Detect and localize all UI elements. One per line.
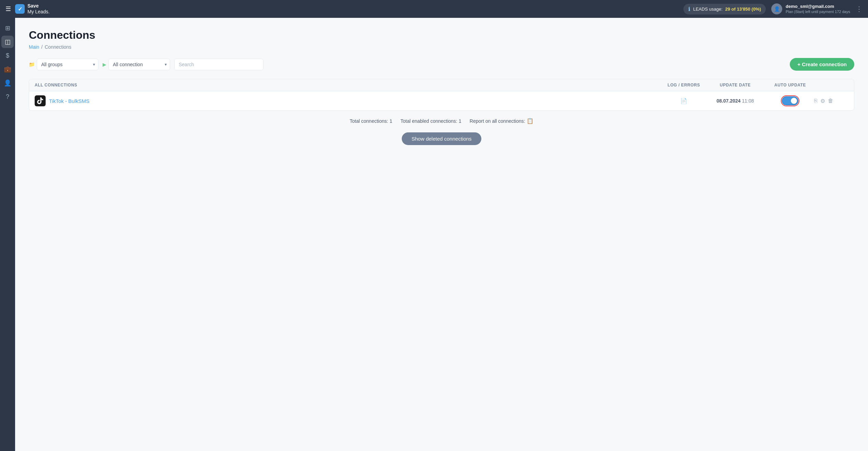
report-stat: Report on all connections: 📋 <box>470 118 533 124</box>
user-plan: Plan |Start| left until payment 172 days <box>786 10 850 14</box>
connection-actions-cell: ⎘ ⚙ 🗑 <box>814 98 848 104</box>
leads-usage-badge: ℹ LEADS usage: 29 of 13'850 (0%) <box>683 4 766 14</box>
logo-check: ✓ <box>18 6 22 12</box>
sidebar: ⊞ ◫ $ 💼 👤 ? <box>0 18 15 451</box>
info-icon: ℹ <box>688 6 690 12</box>
user-email: demo_sml@gmail.com <box>786 4 850 9</box>
breadcrumb-current: Connections <box>45 44 71 50</box>
total-connections-stat: Total connections: 1 <box>350 118 392 124</box>
logo: ✓ Save My Leads. <box>15 3 50 15</box>
logo-icon: ✓ <box>15 4 25 14</box>
report-label: Report on all connections: <box>470 118 525 124</box>
nav-right: ℹ LEADS usage: 29 of 13'850 (0%) 👤 demo_… <box>683 3 863 14</box>
groups-filter-wrapper: 📁 All groups ▾ <box>29 59 98 70</box>
copy-icon[interactable]: ⎘ <box>814 98 818 104</box>
table-header: ALL CONNECTIONS LOG / ERRORS UPDATE DATE… <box>29 79 854 91</box>
col-header-auto: AUTO UPDATE <box>766 83 814 87</box>
breadcrumb-separator: / <box>41 44 43 50</box>
hamburger-icon[interactable]: ☰ <box>5 5 11 13</box>
connection-name-link[interactable]: TikTok - BulkSMS <box>49 98 90 104</box>
toggle-highlight <box>781 95 799 106</box>
search-wrapper <box>174 59 263 70</box>
user-details: demo_sml@gmail.com Plan |Start| left unt… <box>786 4 850 14</box>
sidebar-item-billing[interactable]: $ <box>1 49 14 62</box>
auto-update-toggle[interactable] <box>782 96 798 105</box>
update-time: 11:08 <box>742 98 754 104</box>
settings-icon[interactable]: ⚙ <box>820 98 825 104</box>
folder-icon: 📁 <box>29 62 35 67</box>
show-deleted-wrapper: Show deleted connections <box>29 130 854 153</box>
search-input[interactable] <box>174 59 263 70</box>
total-enabled-label: Total enabled connections: <box>400 118 457 124</box>
col-header-update: UPDATE DATE <box>704 83 766 87</box>
total-connections-value: 1 <box>389 118 392 124</box>
col-header-name: ALL CONNECTIONS <box>35 83 663 87</box>
page-title: Connections <box>29 29 854 41</box>
logo-line1: Save <box>27 3 50 9</box>
leads-usage-label: LEADS usage: <box>693 7 722 12</box>
logo-text: Save My Leads. <box>27 3 50 15</box>
total-enabled-stat: Total enabled connections: 1 <box>400 118 461 124</box>
create-connection-button[interactable]: + Create connection <box>790 58 854 71</box>
connection-update-cell: 08.07.2024 11:08 <box>704 98 766 104</box>
sidebar-item-connections[interactable]: ◫ <box>1 36 14 48</box>
nav-left: ☰ ✓ Save My Leads. <box>5 3 50 15</box>
update-date: 08.07.2024 <box>716 98 740 104</box>
layout: ⊞ ◫ $ 💼 👤 ? Connections Main / Connectio… <box>0 18 868 451</box>
more-options-icon[interactable]: ⋮ <box>856 5 863 13</box>
sidebar-item-briefcase[interactable]: 💼 <box>1 63 14 75</box>
breadcrumb-main-link[interactable]: Main <box>29 44 39 50</box>
groups-filter[interactable]: All groups <box>37 59 98 70</box>
connection-log-cell: 📄 <box>663 98 704 104</box>
auto-update-toggle-wrapper <box>766 96 814 105</box>
breadcrumb: Main / Connections <box>29 44 854 50</box>
play-icon: ▶ <box>103 62 106 67</box>
connections-table: ALL CONNECTIONS LOG / ERRORS UPDATE DATE… <box>29 79 854 111</box>
sidebar-item-account[interactable]: 👤 <box>1 77 14 89</box>
avatar: 👤 <box>771 3 782 14</box>
total-connections-label: Total connections: <box>350 118 388 124</box>
user-info: 👤 demo_sml@gmail.com Plan |Start| left u… <box>771 3 850 14</box>
connection-filter-wrapper: ▶ All connection ▾ <box>103 59 170 70</box>
total-enabled-value: 1 <box>459 118 461 124</box>
report-icon[interactable]: 📋 <box>527 118 533 124</box>
main-content: Connections Main / Connections 📁 All gro… <box>15 18 868 451</box>
connection-logo <box>35 95 46 106</box>
leads-current: 29 of 13'850 (0%) <box>725 7 761 12</box>
delete-icon[interactable]: 🗑 <box>828 98 833 104</box>
top-navigation: ☰ ✓ Save My Leads. ℹ LEADS usage: 29 of … <box>0 0 868 18</box>
logo-line2: My Leads. <box>27 9 50 15</box>
stats-row: Total connections: 1 Total enabled conne… <box>29 111 854 130</box>
col-header-log: LOG / ERRORS <box>663 83 704 87</box>
connection-name-cell: TikTok - BulkSMS <box>35 95 663 106</box>
table-row: TikTok - BulkSMS 📄 08.07.2024 11:08 <box>29 91 854 110</box>
document-icon[interactable]: 📄 <box>680 98 687 104</box>
toolbar: 📁 All groups ▾ ▶ All connection ▾ + Crea… <box>29 58 854 71</box>
sidebar-item-home[interactable]: ⊞ <box>1 22 14 34</box>
sidebar-item-help[interactable]: ? <box>1 91 14 103</box>
show-deleted-button[interactable]: Show deleted connections <box>402 132 481 145</box>
connection-filter[interactable]: All connection <box>108 59 170 70</box>
